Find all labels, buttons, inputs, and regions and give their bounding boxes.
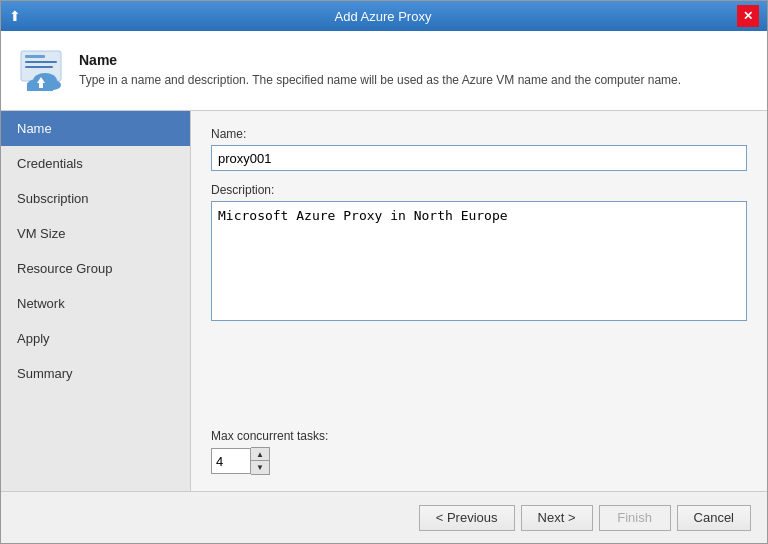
sidebar-item-credentials[interactable]: Credentials — [1, 146, 190, 181]
spinner-up-button[interactable]: ▲ — [251, 448, 269, 461]
header-icon — [17, 47, 65, 95]
main-content: Name: Description: Max concurrent tasks:… — [191, 111, 767, 491]
description-label: Description: — [211, 183, 747, 197]
spinner-down-button[interactable]: ▼ — [251, 461, 269, 474]
content-area: Name Credentials Subscription VM Size Re… — [1, 111, 767, 491]
next-button[interactable]: Next > — [521, 505, 593, 531]
footer: < Previous Next > Finish Cancel — [1, 491, 767, 543]
max-tasks-input[interactable] — [211, 448, 251, 474]
max-tasks-area: Max concurrent tasks: ▲ ▼ — [211, 419, 747, 475]
previous-button[interactable]: < Previous — [419, 505, 515, 531]
add-azure-proxy-dialog: ⬆ Add Azure Proxy ✕ — [0, 0, 768, 544]
description-textarea[interactable] — [211, 201, 747, 321]
sidebar-item-name[interactable]: Name — [1, 111, 190, 146]
dialog-title: Add Azure Proxy — [29, 9, 737, 24]
title-bar-left: ⬆ — [9, 8, 29, 24]
window-icon: ⬆ — [9, 8, 25, 24]
svg-rect-2 — [25, 61, 57, 63]
svg-rect-9 — [39, 83, 43, 88]
max-tasks-spinner: ▲ ▼ — [211, 447, 747, 475]
sidebar-item-network[interactable]: Network — [1, 286, 190, 321]
sidebar-item-resource-group[interactable]: Resource Group — [1, 251, 190, 286]
sidebar-item-apply[interactable]: Apply — [1, 321, 190, 356]
name-label: Name: — [211, 127, 747, 141]
name-field-group: Name: — [211, 127, 747, 171]
description-field-group: Description: — [211, 183, 747, 324]
header-text: Name Type in a name and description. The… — [79, 52, 681, 89]
sidebar-item-subscription[interactable]: Subscription — [1, 181, 190, 216]
header-area: Name Type in a name and description. The… — [1, 31, 767, 111]
header-description: Type in a name and description. The spec… — [79, 72, 681, 89]
sidebar-item-vm-size[interactable]: VM Size — [1, 216, 190, 251]
close-button[interactable]: ✕ — [737, 5, 759, 27]
cancel-button[interactable]: Cancel — [677, 505, 751, 531]
svg-rect-1 — [25, 55, 45, 58]
sidebar-item-summary[interactable]: Summary — [1, 356, 190, 391]
title-bar: ⬆ Add Azure Proxy ✕ — [1, 1, 767, 31]
max-tasks-label: Max concurrent tasks: — [211, 429, 747, 443]
spinner-buttons: ▲ ▼ — [251, 447, 270, 475]
svg-rect-3 — [25, 66, 53, 68]
header-title: Name — [79, 52, 681, 68]
sidebar: Name Credentials Subscription VM Size Re… — [1, 111, 191, 491]
name-input[interactable] — [211, 145, 747, 171]
finish-button[interactable]: Finish — [599, 505, 671, 531]
